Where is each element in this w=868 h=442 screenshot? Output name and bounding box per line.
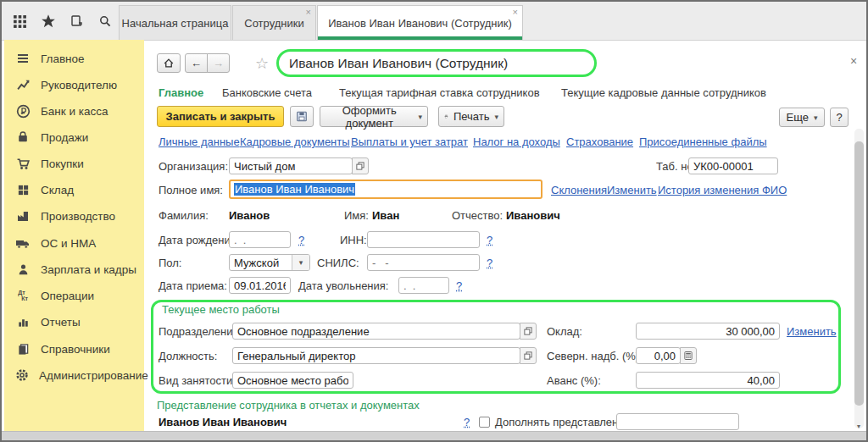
inn-help-link[interactable]: ? xyxy=(487,234,492,246)
home-button[interactable] xyxy=(157,53,181,73)
save-button[interactable] xyxy=(290,106,314,127)
northern-allowance-input[interactable] xyxy=(636,347,681,364)
books-icon xyxy=(15,342,31,356)
sidebar-item-operations[interactable]: ДтКт Операции xyxy=(4,285,144,307)
apps-menu-icon[interactable] xyxy=(9,11,30,31)
sidebar: Главное Руководителю Банк и касса Продаж… xyxy=(4,40,144,434)
append-representation-input[interactable] xyxy=(616,413,739,430)
sidebar-item-main[interactable]: Главное xyxy=(4,47,144,69)
sidebar-item-directories[interactable]: Справочники xyxy=(4,338,144,360)
sidebar-item-warehouse[interactable]: Склад xyxy=(4,179,144,201)
sex-value: Мужской xyxy=(230,257,292,269)
append-representation-label: Дополнять представление xyxy=(495,416,631,428)
person-icon xyxy=(15,262,31,277)
sidebar-item-administration[interactable]: Администрирование xyxy=(4,364,144,386)
nav-tab-tariff-rate[interactable]: Текущая тарифная ставка сотрудников xyxy=(339,86,540,99)
nav-tab-hr-data[interactable]: Текущие кадровые данные сотрудников xyxy=(561,86,766,99)
sex-select[interactable]: Мужской ▾ xyxy=(229,254,310,271)
department-select-icon[interactable] xyxy=(520,323,537,340)
full-name-input[interactable]: Иванов Иван Иванович xyxy=(229,180,542,199)
link-attached-files[interactable]: Присоединенные файлы xyxy=(639,135,767,148)
organization-select-icon[interactable] xyxy=(352,157,369,174)
advance-label: Аванс (%): xyxy=(547,374,601,387)
vertical-scrollbar-thumb[interactable] xyxy=(854,141,864,406)
sidebar-item-purchases[interactable]: Покупки xyxy=(4,152,144,174)
make-document-button[interactable]: Оформить документ ▾ xyxy=(320,106,428,127)
search-icon[interactable] xyxy=(95,11,115,31)
northern-allowance-label: Северн. надб. (%): xyxy=(547,350,643,362)
sidebar-item-production[interactable]: Производство xyxy=(4,205,144,227)
declensions-link[interactable]: Склонения xyxy=(551,184,607,196)
print-button[interactable]: Печать ▾ xyxy=(438,106,504,127)
page-title: Иванов Иван Иванович (Сотрудник) xyxy=(289,56,508,71)
dismissal-date-help-link[interactable]: ? xyxy=(456,279,462,292)
tab-employees[interactable]: Сотрудники × xyxy=(232,5,316,40)
last-name-label: Фамилия: xyxy=(159,209,209,222)
cart-icon xyxy=(15,157,31,171)
salary-change-link[interactable]: Изменить xyxy=(787,325,837,338)
back-icon: ← xyxy=(191,57,202,69)
nav-tab-main[interactable]: Главное xyxy=(159,86,203,99)
position-select-icon[interactable] xyxy=(520,347,537,364)
sidebar-item-payroll-hr[interactable]: Зарплата и кадры xyxy=(4,258,144,280)
fio-history-link[interactable]: История изменения ФИО xyxy=(658,184,787,196)
advance-input[interactable] xyxy=(636,372,780,389)
sidebar-item-reports[interactable]: Отчеты xyxy=(4,311,144,333)
dropdown-arrow-icon: ▾ xyxy=(292,255,309,270)
favorites-star-icon[interactable] xyxy=(38,11,58,31)
representation-help-link[interactable]: ? xyxy=(464,416,470,428)
help-button[interactable]: ? xyxy=(830,108,849,127)
position-input[interactable] xyxy=(232,347,520,364)
sidebar-item-bank-cash[interactable]: Банк и касса xyxy=(4,100,144,122)
link-insurance[interactable]: Страхование xyxy=(566,135,633,148)
calculator-icon[interactable] xyxy=(680,347,697,364)
dropdown-arrow-icon: ▾ xyxy=(418,113,422,121)
last-name-value: Иванов xyxy=(229,209,270,222)
print-label: Печать xyxy=(453,110,490,123)
sidebar-item-fixed-assets[interactable]: ОС и НМА xyxy=(4,232,144,254)
hire-date-input[interactable] xyxy=(229,277,291,294)
first-name-label: Имя: xyxy=(344,209,369,222)
inn-label: ИНН: xyxy=(340,234,367,246)
organization-input[interactable] xyxy=(229,157,353,174)
tab-home-page[interactable]: Начальная страница xyxy=(119,5,231,40)
tab-close-icon[interactable]: × xyxy=(513,8,518,17)
organization-label: Организация: xyxy=(159,160,228,173)
current-job-section-title: Текущее место работы xyxy=(159,303,282,316)
snils-help-link[interactable]: ? xyxy=(487,257,492,269)
form-close-icon[interactable]: × xyxy=(850,55,857,67)
tab-close-icon[interactable]: × xyxy=(306,8,311,17)
change-name-link[interactable]: Изменить xyxy=(607,184,657,196)
scroll-down-icon[interactable]: ▾ xyxy=(854,423,863,430)
link-hr-documents[interactable]: Кадровые документы xyxy=(240,135,350,148)
tab-employee-card[interactable]: Иванов Иван Иванович (Сотрудник) × xyxy=(317,5,523,40)
dismissal-date-input[interactable] xyxy=(398,277,449,294)
snils-input[interactable] xyxy=(367,254,480,271)
birth-date-help-link[interactable]: ? xyxy=(298,234,304,246)
link-income-tax[interactable]: Налог на доходы xyxy=(473,135,560,148)
link-personal-data[interactable]: Личные данные xyxy=(159,135,240,148)
save-and-close-button[interactable]: Записать и закрыть xyxy=(157,106,284,127)
back-button[interactable]: ← xyxy=(185,53,208,73)
dropdown-arrow-icon: ▾ xyxy=(494,113,498,121)
sidebar-item-sales[interactable]: Продажи xyxy=(4,126,144,148)
snils-label: СНИЛС: xyxy=(317,257,359,269)
sidebar-item-label: Производство xyxy=(41,210,115,223)
forward-button[interactable]: → xyxy=(207,53,230,73)
favorite-star-icon[interactable]: ☆ xyxy=(255,54,269,73)
more-button[interactable]: Еще ▾ xyxy=(779,108,825,127)
department-input[interactable] xyxy=(232,323,520,340)
sidebar-item-label: Отчеты xyxy=(41,316,81,329)
app-window: Начальная страница Сотрудники × Иванов И… xyxy=(0,0,868,442)
nav-tab-bank-accounts[interactable]: Банковские счета xyxy=(222,86,312,99)
sidebar-item-manager[interactable]: Руководителю xyxy=(4,74,144,96)
birth-date-input[interactable] xyxy=(229,231,291,248)
tab-number-input[interactable] xyxy=(688,157,778,174)
inn-input[interactable] xyxy=(367,231,480,248)
append-representation-checkbox[interactable] xyxy=(479,417,490,428)
link-payments-costs[interactable]: Выплаты и учет затрат xyxy=(351,135,468,148)
salary-input[interactable] xyxy=(636,323,780,340)
history-icon[interactable] xyxy=(66,11,86,31)
home-icon xyxy=(163,57,175,69)
employment-type-input[interactable] xyxy=(232,372,353,389)
